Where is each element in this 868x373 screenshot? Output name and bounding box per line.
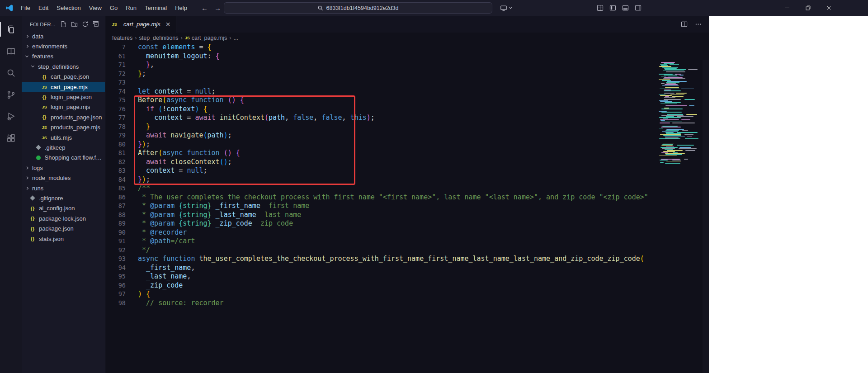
tree-item-gitignore[interactable]: .gitignore (22, 193, 105, 203)
tree-item-products-page-mjs[interactable]: JSproducts_page.mjs (22, 123, 105, 132)
minimize-button[interactable] (777, 0, 797, 16)
tab-cart-page-mjs[interactable]: JS cart_page.mjs ✕ (105, 16, 176, 33)
code-line-85[interactable]: 85/** (105, 184, 709, 193)
tree-item-logs[interactable]: logs (22, 163, 105, 173)
line-number[interactable]: 91 (105, 237, 138, 246)
line-number[interactable]: 87 (105, 202, 138, 211)
code-line-88[interactable]: 88 * @param {string} _last_name last nam… (105, 211, 709, 220)
code-line-76[interactable]: 76 if (!context) { (105, 105, 709, 114)
code-line-89[interactable]: 89 * @param {string} _zip_code zip code (105, 219, 709, 228)
activity-extensions[interactable] (0, 127, 22, 149)
tree-item-step-definitions[interactable]: step_definitions (22, 61, 105, 71)
menu-selection[interactable]: Selection (52, 0, 85, 16)
menu-help[interactable]: Help (171, 0, 191, 16)
code-line-72[interactable]: 72}; (105, 70, 709, 79)
tree-item-package-json[interactable]: {}package.json (22, 223, 105, 233)
line-number[interactable]: 81 (105, 149, 138, 158)
code-line-81[interactable]: 81After(async function () { (105, 149, 709, 158)
menu-edit[interactable]: Edit (34, 0, 52, 16)
code-line-98[interactable]: 98 // source: recorder (105, 299, 709, 308)
code-line-61[interactable]: 61 menuitem_logout: { (105, 52, 709, 61)
tree-item-utils-mjs[interactable]: JSutils.mjs (22, 132, 105, 142)
remote-indicator[interactable] (500, 0, 513, 16)
code-line-87[interactable]: 87 * @param {string} _first_name first n… (105, 202, 709, 211)
line-number[interactable]: 98 (105, 299, 138, 308)
line-number[interactable]: 93 (105, 255, 138, 264)
breadcrumb-item-features[interactable]: features (112, 35, 132, 41)
code-line-93[interactable]: 93async function the_user_completes_the_… (105, 255, 709, 264)
line-number[interactable]: 61 (105, 52, 138, 61)
line-number[interactable]: 92 (105, 246, 138, 255)
activity-docs[interactable] (0, 40, 22, 62)
code-line-78[interactable]: 78 } (105, 123, 709, 132)
line-number[interactable]: 71 (105, 61, 138, 70)
menu-terminal[interactable]: Terminal (141, 0, 171, 16)
toggle-secondary-sidebar-icon[interactable] (635, 5, 642, 11)
line-number[interactable]: 96 (105, 281, 138, 290)
minimap[interactable] (658, 62, 699, 167)
line-number[interactable]: 74 (105, 87, 138, 96)
tree-item-features[interactable]: features (22, 52, 105, 61)
more-actions-icon[interactable] (695, 21, 702, 28)
line-number[interactable]: 72 (105, 70, 138, 79)
menu-file[interactable]: File (17, 0, 34, 16)
tree-item-data[interactable]: data (22, 31, 105, 41)
tree-item-node-modules[interactable]: node_modules (22, 173, 105, 183)
tree-item-login-page-json[interactable]: {}login_page.json (22, 92, 105, 102)
line-number[interactable]: 97 (105, 290, 138, 299)
close-button[interactable] (818, 0, 839, 16)
code-line-92[interactable]: 92 */ (105, 246, 709, 255)
forward-arrow-icon[interactable]: → (214, 4, 221, 12)
tree-item-cart-page-json[interactable]: {}cart_page.json (22, 72, 105, 82)
tree-item-products-page-json[interactable]: {}products_page.json (22, 112, 105, 122)
tree-item-environments[interactable]: environments (22, 41, 105, 51)
menu-view[interactable]: View (85, 0, 106, 16)
code-line-79[interactable]: 79 await navigate(path); (105, 131, 709, 140)
new-folder-icon[interactable] (71, 21, 78, 28)
line-number[interactable]: 82 (105, 158, 138, 167)
line-number[interactable]: 7 (105, 43, 138, 52)
line-number[interactable]: 90 (105, 228, 138, 237)
refresh-icon[interactable] (82, 21, 89, 28)
code-line-83[interactable]: 83 context = null; (105, 166, 709, 175)
line-number[interactable]: 94 (105, 264, 138, 273)
new-file-icon[interactable] (60, 21, 67, 28)
split-editor-icon[interactable] (681, 21, 688, 28)
code-line-82[interactable]: 82 await closeContext(); (105, 158, 709, 167)
toggle-panel-icon[interactable] (622, 5, 629, 11)
code-line-86[interactable]: 86 * The user completes the checkout pro… (105, 193, 709, 202)
line-number[interactable]: 73 (105, 78, 138, 87)
code-line-73[interactable]: 73 (105, 78, 709, 87)
tree-item-package-lock-json[interactable]: {}package-lock.json (22, 213, 105, 223)
code-line-77[interactable]: 77 context = await initContext(path, fal… (105, 113, 709, 123)
line-number[interactable]: 83 (105, 166, 138, 175)
line-number[interactable]: 77 (105, 113, 138, 123)
tab-close-icon[interactable]: ✕ (165, 21, 171, 28)
tree-item-runs[interactable]: runs (22, 183, 105, 193)
scrollbar[interactable] (703, 60, 709, 373)
code-line-95[interactable]: 95 _last_name, (105, 272, 709, 281)
activity-source-control[interactable] (0, 84, 22, 105)
collapse-all-icon[interactable] (93, 21, 99, 28)
tree-item-login-page-mjs[interactable]: JSlogin_page.mjs (22, 102, 105, 112)
line-number[interactable]: 75 (105, 96, 138, 105)
code-line-75[interactable]: 75Before(async function () { (105, 96, 709, 105)
line-number[interactable]: 79 (105, 131, 138, 140)
code-line-7[interactable]: 7const elements = { (105, 43, 709, 52)
code-line-71[interactable]: 71 }, (105, 61, 709, 70)
tree-item-ai-config-json[interactable]: {}ai_config.json (22, 203, 105, 213)
folder-section-label[interactable]: FOLDER... (30, 22, 55, 27)
code-line-97[interactable]: 97) { (105, 290, 709, 299)
tree-item-gitkeep[interactable]: .gitkeep (22, 142, 105, 152)
activity-run-debug[interactable] (0, 105, 22, 127)
tree-item-stats-json[interactable]: {}stats.json (22, 234, 105, 244)
breadcrumb-item-cart-page-mjs[interactable]: cart_page.mjs (192, 35, 227, 41)
breadcrumb-item-[interactable]: ... (234, 35, 238, 41)
line-number[interactable]: 78 (105, 123, 138, 132)
line-number[interactable]: 89 (105, 219, 138, 228)
restore-button[interactable] (797, 0, 818, 16)
line-number[interactable]: 85 (105, 184, 138, 193)
menu-run[interactable]: Run (122, 0, 141, 16)
code-line-90[interactable]: 90 * @recorder (105, 228, 709, 237)
code-line-84[interactable]: 84}); (105, 175, 709, 184)
